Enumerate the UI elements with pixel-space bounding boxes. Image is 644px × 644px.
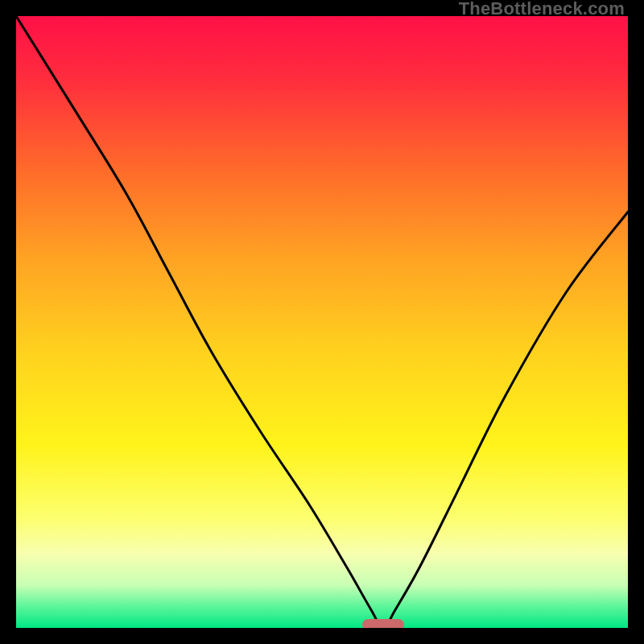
- plot-area: [16, 16, 628, 628]
- chart-frame: TheBottleneck.com: [0, 0, 644, 644]
- bottleneck-curve: [16, 16, 628, 628]
- watermark-text: TheBottleneck.com: [459, 0, 625, 19]
- optimal-marker: [362, 619, 404, 628]
